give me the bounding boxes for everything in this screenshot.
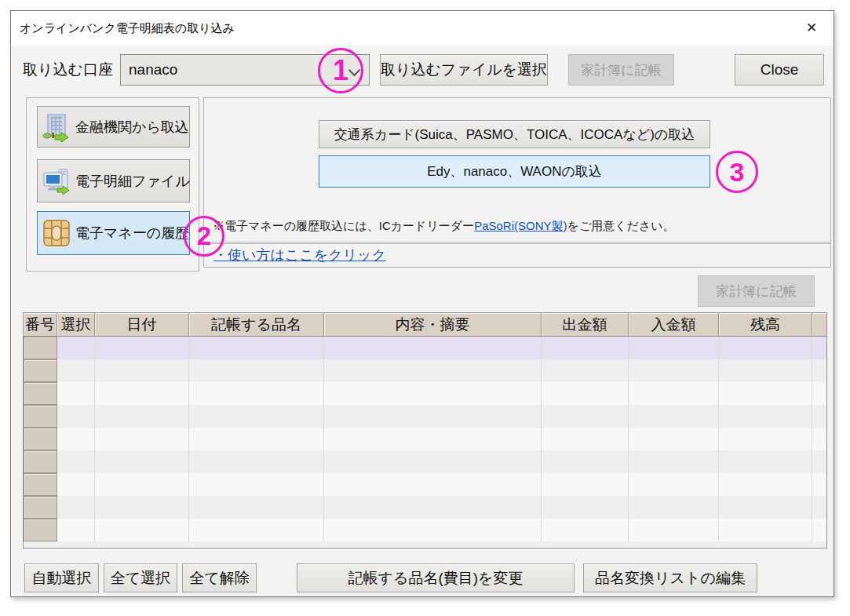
grid-cell <box>95 405 189 428</box>
grid-cell <box>542 450 629 473</box>
note-suffix: をご用意ください。 <box>567 219 675 232</box>
transactions-grid: 番号 選択 日付 記帳する品名 内容・摘要 出金額 入金額 残高 <box>23 312 827 549</box>
transit-card-import-button[interactable]: 交通系カード(Suica、PASMO、TOICA、ICOCAなど)の取込 <box>319 120 710 148</box>
grid-cell <box>189 382 324 405</box>
edit-conversion-list-button[interactable]: 品名変換リストの編集 <box>583 563 757 592</box>
grid-cell <box>189 428 324 450</box>
grid-header-date: 日付 <box>95 313 189 337</box>
grid-cell <box>629 428 719 450</box>
record-to-book-button-mid: 家計簿に記帳 <box>698 275 815 307</box>
sidebar-item-label: 電子マネーの履歴 <box>75 224 189 242</box>
auto-select-button[interactable]: 自動選択 <box>24 563 99 592</box>
row-selector-cell[interactable] <box>24 382 57 405</box>
grid-row[interactable] <box>24 382 826 405</box>
grid-cell <box>95 382 189 405</box>
select-file-button[interactable]: 取り込むファイルを選択 <box>380 54 548 86</box>
grid-cell <box>95 428 189 450</box>
grid-cell <box>719 359 812 382</box>
account-select[interactable]: nanaco <box>120 54 370 86</box>
grid-cell <box>95 519 189 541</box>
row-selector-cell[interactable] <box>24 337 57 359</box>
grid-cell <box>629 450 719 473</box>
sidebar-item-bank-import[interactable]: 金融機関から取込 <box>37 106 190 148</box>
grid-cell <box>189 473 324 496</box>
grid-cell <box>95 359 189 382</box>
pasori-note: ※電子マネーの履歴取込には、ICカードリーダーPaSoRi(SONY製)をご用意… <box>213 219 675 234</box>
grid-cell <box>324 382 542 405</box>
grid-body <box>24 337 826 541</box>
row-selector-cell[interactable] <box>24 405 57 428</box>
grid-cell <box>324 428 542 450</box>
grid-cell <box>57 450 95 473</box>
monitor-icon <box>42 166 71 196</box>
grid-cell <box>57 405 95 428</box>
emoney-import-button[interactable]: Edy、nanaco、WAONの取込 <box>319 155 710 188</box>
grid-cell <box>629 519 719 541</box>
grid-cell <box>95 473 189 496</box>
grid-cell <box>189 450 324 473</box>
grid-cell <box>542 382 629 405</box>
grid-cell <box>324 405 542 428</box>
row-selector-cell[interactable] <box>24 496 57 519</box>
grid-cell <box>812 496 826 519</box>
grid-cell <box>719 382 812 405</box>
grid-cell <box>812 428 826 450</box>
grid-row[interactable] <box>24 473 826 496</box>
row-selector-cell[interactable] <box>24 473 57 496</box>
row-selector-cell[interactable] <box>24 428 57 450</box>
grid-cell <box>629 496 719 519</box>
grid-row[interactable] <box>24 359 826 382</box>
row-selector-cell[interactable] <box>24 519 57 541</box>
grid-cell <box>57 382 95 405</box>
sidebar-item-estatement-file[interactable]: 電子明細ファイル <box>37 159 190 202</box>
sidebar-item-label: 金融機関から取込 <box>75 118 189 137</box>
close-icon[interactable]: ✕ <box>802 19 821 38</box>
account-label: 取り込む口座 <box>23 54 113 86</box>
grid-cell <box>542 337 629 359</box>
usage-help-link[interactable]: ・使い方はここをクリック <box>213 244 386 267</box>
row-selector-cell[interactable] <box>24 359 57 382</box>
grid-header-out: 出金額 <box>542 313 629 337</box>
grid-cell <box>812 473 826 496</box>
note-prefix: ※電子マネーの履歴取込には、ICカードリーダー <box>213 219 474 232</box>
grid-cell <box>324 337 542 359</box>
grid-cell <box>542 473 629 496</box>
grid-row[interactable] <box>24 450 826 473</box>
sidebar-item-emoney-history[interactable]: 電子マネーの履歴 <box>37 211 190 255</box>
grid-cell <box>324 359 542 382</box>
grid-header-filler <box>812 313 826 337</box>
change-item-name-button[interactable]: 記帳する品名(費目)を変更 <box>297 563 575 592</box>
dialog-window: オンラインバンク電子明細表の取り込み ✕ 取り込む口座 nanaco 取り込むフ… <box>10 10 834 597</box>
grid-cell <box>57 337 95 359</box>
grid-cell <box>812 337 826 359</box>
grid-cell <box>719 337 812 359</box>
grid-row[interactable] <box>24 337 826 359</box>
grid-cell <box>629 473 719 496</box>
grid-cell <box>189 405 324 428</box>
grid-header-row: 番号 選択 日付 記帳する品名 内容・摘要 出金額 入金額 残高 <box>24 313 826 337</box>
ic-card-chip-icon <box>42 218 71 248</box>
close-button[interactable]: Close <box>735 54 824 86</box>
grid-cell <box>629 359 719 382</box>
grid-cell <box>542 359 629 382</box>
grid-row[interactable] <box>24 428 826 450</box>
grid-cell <box>719 450 812 473</box>
grid-cell <box>95 496 189 519</box>
grid-row[interactable] <box>24 519 826 541</box>
grid-cell <box>629 405 719 428</box>
grid-cell <box>542 519 629 541</box>
pasori-link[interactable]: PaSoRi(SONY製) <box>474 219 567 232</box>
grid-cell <box>719 428 812 450</box>
grid-cell <box>719 496 812 519</box>
grid-row[interactable] <box>24 405 826 428</box>
usage-link-box: ・使い方はここをクリック <box>203 243 831 268</box>
row-selector-cell[interactable] <box>24 450 57 473</box>
grid-header-balance: 残高 <box>719 313 812 337</box>
grid-header-select: 選択 <box>57 313 95 337</box>
select-all-button[interactable]: 全て選択 <box>104 563 177 592</box>
grid-cell <box>629 337 719 359</box>
clear-all-button[interactable]: 全て解除 <box>182 563 257 592</box>
grid-cell <box>812 382 826 405</box>
grid-row[interactable] <box>24 496 826 519</box>
grid-cell <box>189 359 324 382</box>
